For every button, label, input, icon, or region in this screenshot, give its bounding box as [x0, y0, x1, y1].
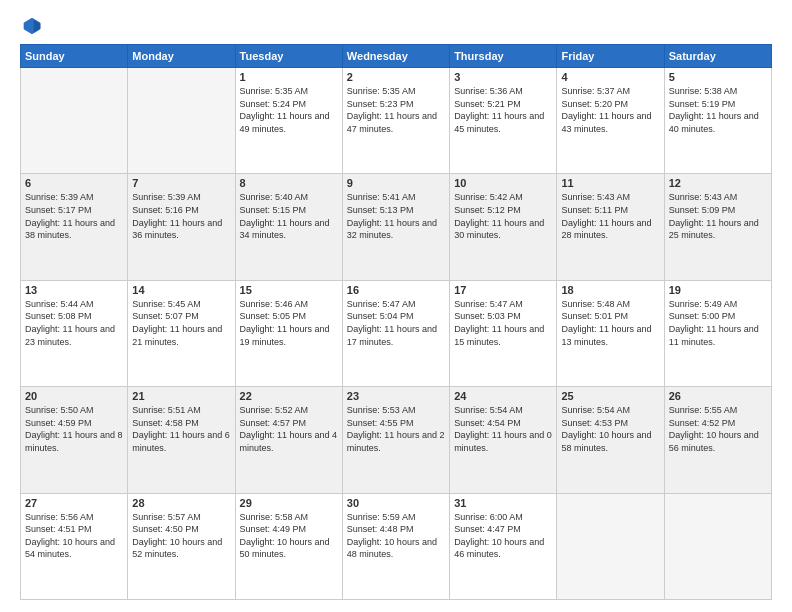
cell-info: Sunrise: 5:41 AM Sunset: 5:13 PM Dayligh…: [347, 191, 445, 241]
cell-info: Sunrise: 5:37 AM Sunset: 5:20 PM Dayligh…: [561, 85, 659, 135]
calendar-cell: 1Sunrise: 5:35 AM Sunset: 5:24 PM Daylig…: [235, 68, 342, 174]
weekday-header: Sunday: [21, 45, 128, 68]
calendar-week-row: 1Sunrise: 5:35 AM Sunset: 5:24 PM Daylig…: [21, 68, 772, 174]
calendar-cell: [128, 68, 235, 174]
weekday-header: Wednesday: [342, 45, 449, 68]
cell-info: Sunrise: 6:00 AM Sunset: 4:47 PM Dayligh…: [454, 511, 552, 561]
day-number: 15: [240, 284, 338, 296]
calendar-cell: 10Sunrise: 5:42 AM Sunset: 5:12 PM Dayli…: [450, 174, 557, 280]
calendar-cell: [557, 493, 664, 599]
day-number: 13: [25, 284, 123, 296]
day-number: 22: [240, 390, 338, 402]
calendar-cell: [664, 493, 771, 599]
calendar-cell: 2Sunrise: 5:35 AM Sunset: 5:23 PM Daylig…: [342, 68, 449, 174]
day-number: 27: [25, 497, 123, 509]
cell-info: Sunrise: 5:59 AM Sunset: 4:48 PM Dayligh…: [347, 511, 445, 561]
cell-info: Sunrise: 5:54 AM Sunset: 4:54 PM Dayligh…: [454, 404, 552, 454]
day-number: 5: [669, 71, 767, 83]
day-number: 31: [454, 497, 552, 509]
weekday-header: Tuesday: [235, 45, 342, 68]
day-number: 7: [132, 177, 230, 189]
day-number: 19: [669, 284, 767, 296]
day-number: 6: [25, 177, 123, 189]
day-number: 1: [240, 71, 338, 83]
cell-info: Sunrise: 5:52 AM Sunset: 4:57 PM Dayligh…: [240, 404, 338, 454]
cell-info: Sunrise: 5:38 AM Sunset: 5:19 PM Dayligh…: [669, 85, 767, 135]
logo-text: [20, 16, 42, 36]
calendar-table: SundayMondayTuesdayWednesdayThursdayFrid…: [20, 44, 772, 600]
header: [20, 16, 772, 34]
cell-info: Sunrise: 5:45 AM Sunset: 5:07 PM Dayligh…: [132, 298, 230, 348]
calendar-cell: 16Sunrise: 5:47 AM Sunset: 5:04 PM Dayli…: [342, 280, 449, 386]
calendar-cell: 28Sunrise: 5:57 AM Sunset: 4:50 PM Dayli…: [128, 493, 235, 599]
cell-info: Sunrise: 5:49 AM Sunset: 5:00 PM Dayligh…: [669, 298, 767, 348]
day-number: 30: [347, 497, 445, 509]
cell-info: Sunrise: 5:47 AM Sunset: 5:03 PM Dayligh…: [454, 298, 552, 348]
calendar-cell: 29Sunrise: 5:58 AM Sunset: 4:49 PM Dayli…: [235, 493, 342, 599]
cell-info: Sunrise: 5:43 AM Sunset: 5:11 PM Dayligh…: [561, 191, 659, 241]
day-number: 4: [561, 71, 659, 83]
day-number: 24: [454, 390, 552, 402]
logo-icon: [22, 16, 42, 36]
day-number: 21: [132, 390, 230, 402]
calendar-cell: 19Sunrise: 5:49 AM Sunset: 5:00 PM Dayli…: [664, 280, 771, 386]
page: SundayMondayTuesdayWednesdayThursdayFrid…: [0, 0, 792, 612]
cell-info: Sunrise: 5:51 AM Sunset: 4:58 PM Dayligh…: [132, 404, 230, 454]
calendar-cell: 27Sunrise: 5:56 AM Sunset: 4:51 PM Dayli…: [21, 493, 128, 599]
day-number: 2: [347, 71, 445, 83]
day-number: 8: [240, 177, 338, 189]
calendar-cell: 13Sunrise: 5:44 AM Sunset: 5:08 PM Dayli…: [21, 280, 128, 386]
cell-info: Sunrise: 5:54 AM Sunset: 4:53 PM Dayligh…: [561, 404, 659, 454]
calendar-cell: 21Sunrise: 5:51 AM Sunset: 4:58 PM Dayli…: [128, 387, 235, 493]
calendar-week-row: 20Sunrise: 5:50 AM Sunset: 4:59 PM Dayli…: [21, 387, 772, 493]
cell-info: Sunrise: 5:55 AM Sunset: 4:52 PM Dayligh…: [669, 404, 767, 454]
cell-info: Sunrise: 5:58 AM Sunset: 4:49 PM Dayligh…: [240, 511, 338, 561]
logo: [20, 16, 42, 34]
calendar-cell: 11Sunrise: 5:43 AM Sunset: 5:11 PM Dayli…: [557, 174, 664, 280]
calendar-cell: 18Sunrise: 5:48 AM Sunset: 5:01 PM Dayli…: [557, 280, 664, 386]
calendar-cell: 20Sunrise: 5:50 AM Sunset: 4:59 PM Dayli…: [21, 387, 128, 493]
day-number: 25: [561, 390, 659, 402]
calendar-cell: 26Sunrise: 5:55 AM Sunset: 4:52 PM Dayli…: [664, 387, 771, 493]
calendar-cell: [21, 68, 128, 174]
cell-info: Sunrise: 5:39 AM Sunset: 5:16 PM Dayligh…: [132, 191, 230, 241]
calendar-cell: 7Sunrise: 5:39 AM Sunset: 5:16 PM Daylig…: [128, 174, 235, 280]
calendar-cell: 31Sunrise: 6:00 AM Sunset: 4:47 PM Dayli…: [450, 493, 557, 599]
cell-info: Sunrise: 5:42 AM Sunset: 5:12 PM Dayligh…: [454, 191, 552, 241]
day-number: 20: [25, 390, 123, 402]
cell-info: Sunrise: 5:46 AM Sunset: 5:05 PM Dayligh…: [240, 298, 338, 348]
weekday-header: Saturday: [664, 45, 771, 68]
cell-info: Sunrise: 5:35 AM Sunset: 5:24 PM Dayligh…: [240, 85, 338, 135]
cell-info: Sunrise: 5:44 AM Sunset: 5:08 PM Dayligh…: [25, 298, 123, 348]
calendar-cell: 8Sunrise: 5:40 AM Sunset: 5:15 PM Daylig…: [235, 174, 342, 280]
day-number: 9: [347, 177, 445, 189]
day-number: 18: [561, 284, 659, 296]
calendar-cell: 14Sunrise: 5:45 AM Sunset: 5:07 PM Dayli…: [128, 280, 235, 386]
day-number: 16: [347, 284, 445, 296]
cell-info: Sunrise: 5:50 AM Sunset: 4:59 PM Dayligh…: [25, 404, 123, 454]
cell-info: Sunrise: 5:53 AM Sunset: 4:55 PM Dayligh…: [347, 404, 445, 454]
weekday-header: Friday: [557, 45, 664, 68]
cell-info: Sunrise: 5:56 AM Sunset: 4:51 PM Dayligh…: [25, 511, 123, 561]
day-number: 28: [132, 497, 230, 509]
day-number: 26: [669, 390, 767, 402]
day-number: 17: [454, 284, 552, 296]
weekday-header-row: SundayMondayTuesdayWednesdayThursdayFrid…: [21, 45, 772, 68]
day-number: 14: [132, 284, 230, 296]
calendar-week-row: 13Sunrise: 5:44 AM Sunset: 5:08 PM Dayli…: [21, 280, 772, 386]
calendar-cell: 25Sunrise: 5:54 AM Sunset: 4:53 PM Dayli…: [557, 387, 664, 493]
calendar-week-row: 6Sunrise: 5:39 AM Sunset: 5:17 PM Daylig…: [21, 174, 772, 280]
cell-info: Sunrise: 5:36 AM Sunset: 5:21 PM Dayligh…: [454, 85, 552, 135]
calendar-cell: 6Sunrise: 5:39 AM Sunset: 5:17 PM Daylig…: [21, 174, 128, 280]
cell-info: Sunrise: 5:40 AM Sunset: 5:15 PM Dayligh…: [240, 191, 338, 241]
day-number: 23: [347, 390, 445, 402]
calendar-cell: 15Sunrise: 5:46 AM Sunset: 5:05 PM Dayli…: [235, 280, 342, 386]
day-number: 10: [454, 177, 552, 189]
calendar-cell: 9Sunrise: 5:41 AM Sunset: 5:13 PM Daylig…: [342, 174, 449, 280]
day-number: 11: [561, 177, 659, 189]
calendar-cell: 17Sunrise: 5:47 AM Sunset: 5:03 PM Dayli…: [450, 280, 557, 386]
day-number: 12: [669, 177, 767, 189]
calendar-cell: 4Sunrise: 5:37 AM Sunset: 5:20 PM Daylig…: [557, 68, 664, 174]
calendar-cell: 30Sunrise: 5:59 AM Sunset: 4:48 PM Dayli…: [342, 493, 449, 599]
day-number: 3: [454, 71, 552, 83]
